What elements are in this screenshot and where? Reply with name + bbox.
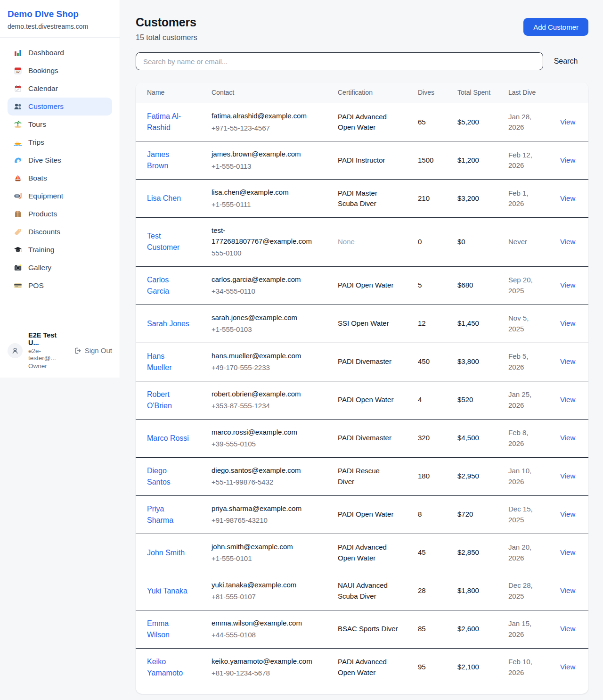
sidebar-item-discounts[interactable]: Discounts bbox=[8, 223, 112, 241]
customer-last-dive: Sep 20, 2025 bbox=[501, 266, 546, 305]
customer-dives: 45 bbox=[410, 534, 450, 572]
customer-name-link[interactable]: Robert O'Brien bbox=[147, 390, 172, 410]
customer-email: priya.sharma@example.com bbox=[212, 503, 323, 514]
view-link[interactable]: View bbox=[560, 156, 575, 164]
sidebar-item-bookings[interactable]: Bookings bbox=[8, 62, 112, 80]
customer-total-spent: $720 bbox=[450, 495, 501, 534]
customer-name-link[interactable]: James Brown bbox=[147, 150, 169, 170]
sidebar-item-customers[interactable]: Customers bbox=[8, 98, 112, 115]
view-link[interactable]: View bbox=[560, 319, 575, 327]
customer-name-link[interactable]: Yuki Tanaka bbox=[147, 587, 187, 595]
user-panel: E2E Test U... e2e-tester@... Owner Sign … bbox=[0, 325, 120, 378]
customer-certification: SSI Open Water bbox=[330, 305, 410, 343]
view-link[interactable]: View bbox=[560, 238, 575, 246]
customer-phone: +39-555-0105 bbox=[212, 439, 323, 450]
view-link[interactable]: View bbox=[560, 194, 575, 202]
view-link[interactable]: View bbox=[560, 357, 575, 365]
table-row: Keiko Yamamoto keiko.yamamoto@example.co… bbox=[136, 648, 588, 694]
sidebar-item-label: Customers bbox=[28, 102, 64, 111]
sidebar-item-calendar[interactable]: Calendar bbox=[8, 80, 112, 98]
customer-dives: 28 bbox=[410, 572, 450, 610]
sidebar-item-products[interactable]: Products bbox=[8, 205, 112, 223]
graduation-cap-icon bbox=[14, 246, 22, 254]
customer-email: yuki.tanaka@example.com bbox=[212, 580, 323, 591]
view-link[interactable]: View bbox=[560, 118, 575, 126]
shop-title[interactable]: Demo Dive Shop bbox=[8, 9, 112, 19]
customer-name-link[interactable]: Hans Mueller bbox=[147, 352, 171, 371]
view-link[interactable]: View bbox=[560, 586, 575, 594]
search-input[interactable] bbox=[136, 52, 543, 70]
customer-phone: +1-555-0113 bbox=[212, 161, 323, 172]
sailboat-icon bbox=[14, 174, 22, 182]
customer-name-link[interactable]: Keiko Yamamoto bbox=[147, 658, 183, 677]
user-role: Owner bbox=[28, 362, 68, 370]
col-header-last-dive: Last Dive bbox=[501, 82, 546, 103]
customer-last-dive: Feb 5, 2026 bbox=[501, 343, 546, 381]
sidebar-item-dive-sites[interactable]: Dive Sites bbox=[8, 151, 112, 169]
view-link[interactable]: View bbox=[560, 663, 575, 671]
view-link[interactable]: View bbox=[560, 434, 575, 442]
customer-name-link[interactable]: Priya Sharma bbox=[147, 505, 173, 524]
customer-total-spent: $2,850 bbox=[450, 534, 501, 572]
sidebar-item-boats[interactable]: Boats bbox=[8, 169, 112, 187]
sidebar-item-dashboard[interactable]: Dashboard bbox=[8, 44, 112, 62]
table-row: Fatima Al-Rashid fatima.alrashid@example… bbox=[136, 103, 588, 141]
customer-last-dive: Jan 10, 2026 bbox=[501, 457, 546, 495]
view-link[interactable]: View bbox=[560, 281, 575, 289]
view-link[interactable]: View bbox=[560, 548, 575, 556]
customer-contact-cell: lisa.chen@example.com +1-555-0111 bbox=[204, 180, 330, 218]
sidebar-item-pos[interactable]: POS bbox=[8, 277, 112, 295]
calendar-17-icon bbox=[14, 66, 22, 75]
page-title-block: Customers 15 total customers bbox=[136, 16, 197, 42]
customer-name-link[interactable]: Test Customer bbox=[147, 232, 179, 251]
customer-name-link[interactable]: John Smith bbox=[147, 549, 185, 557]
search-bar: Search bbox=[136, 52, 588, 70]
customer-certification: None bbox=[330, 218, 410, 267]
table-row: John Smith john.smith@example.com +1-555… bbox=[136, 534, 588, 572]
customer-name-link[interactable]: Fatima Al-Rashid bbox=[147, 112, 181, 132]
sidebar-item-training[interactable]: Training bbox=[8, 241, 112, 259]
sign-out-button[interactable]: Sign Out bbox=[74, 346, 112, 354]
sidebar-item-gallery[interactable]: Gallery bbox=[8, 259, 112, 277]
page-title: Customers bbox=[136, 16, 197, 29]
customer-dives: 450 bbox=[410, 343, 450, 381]
view-link[interactable]: View bbox=[560, 625, 575, 633]
customer-last-dive: Feb 8, 2026 bbox=[501, 419, 546, 457]
customer-name-link[interactable]: Sarah Jones bbox=[147, 320, 189, 328]
customer-total-spent: $3,800 bbox=[450, 343, 501, 381]
customer-dives: 0 bbox=[410, 218, 450, 267]
customer-phone: 555-0100 bbox=[212, 248, 323, 259]
customer-name-link[interactable]: Emma Wilson bbox=[147, 619, 170, 639]
customer-contact-cell: hans.mueller@example.com +49-170-555-223… bbox=[204, 343, 330, 381]
table-row: Priya Sharma priya.sharma@example.com +9… bbox=[136, 495, 588, 534]
sidebar-nav: Dashboard Bookings Calendar Customers To… bbox=[0, 38, 120, 301]
customer-phone: +44-555-0108 bbox=[212, 630, 323, 641]
customer-contact-cell: john.smith@example.com +1-555-0101 bbox=[204, 534, 330, 572]
customer-email: carlos.garcia@example.com bbox=[212, 274, 323, 285]
customer-total-spent: $3,200 bbox=[450, 180, 501, 218]
customer-email: lisa.chen@example.com bbox=[212, 187, 323, 198]
customer-total-spent: $4,500 bbox=[450, 419, 501, 457]
customer-total-spent: $1,450 bbox=[450, 305, 501, 343]
add-customer-button[interactable]: Add Customer bbox=[523, 18, 588, 36]
view-link[interactable]: View bbox=[560, 472, 575, 480]
view-link[interactable]: View bbox=[560, 510, 575, 518]
view-link[interactable]: View bbox=[560, 395, 575, 404]
customer-certification: PADI Advanced Open Water bbox=[330, 648, 410, 694]
search-button[interactable]: Search bbox=[543, 57, 588, 66]
speedboat-icon bbox=[14, 138, 22, 147]
col-header-certification: Certification bbox=[330, 82, 410, 103]
sidebar-item-label: Tours bbox=[28, 120, 46, 129]
customer-name-link[interactable]: Diego Santos bbox=[147, 467, 171, 486]
customer-name-link[interactable]: Lisa Chen bbox=[147, 194, 181, 202]
customer-dives: 210 bbox=[410, 180, 450, 218]
customer-name-link[interactable]: Carlos Garcia bbox=[147, 276, 169, 295]
sidebar-item-trips[interactable]: Trips bbox=[8, 133, 112, 151]
table-row: Marco Rossi marco.rossi@example.com +39-… bbox=[136, 419, 588, 457]
sidebar-item-tours[interactable]: Tours bbox=[8, 115, 112, 133]
customer-phone: +91-98765-43210 bbox=[212, 515, 323, 526]
main-content: Customers 15 total customers Add Custome… bbox=[120, 0, 603, 700]
sidebar-item-equipment[interactable]: Equipment bbox=[8, 187, 112, 205]
avatar bbox=[8, 343, 23, 358]
customer-name-link[interactable]: Marco Rossi bbox=[147, 434, 189, 442]
